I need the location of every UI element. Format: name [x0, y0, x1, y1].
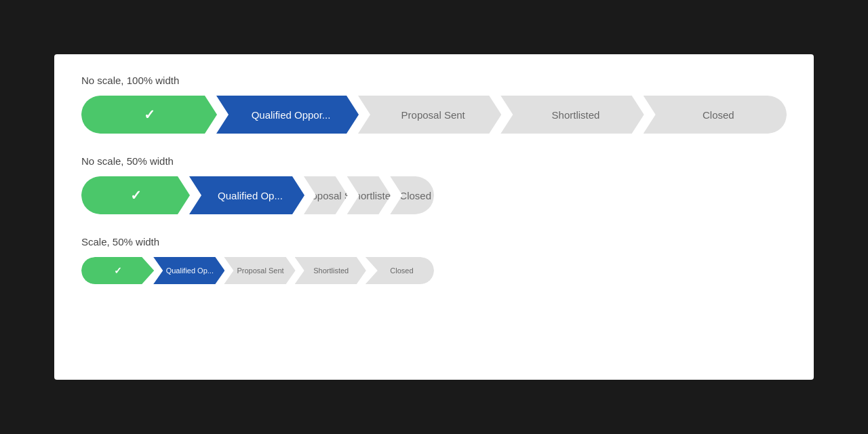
step-label: Proposal Sent — [401, 109, 465, 121]
step-label: Shortlisted — [552, 109, 600, 121]
section3-label: Scale, 50% width — [81, 236, 787, 248]
check-icon-2: ✓ — [130, 187, 142, 203]
step-label: Closed — [390, 267, 413, 275]
step-active-qualified-3[interactable]: Qualified Op... — [153, 257, 224, 284]
step-label: Qualified Op... — [218, 190, 283, 201]
step-inactive-proposal-3[interactable]: Proposal Sent — [224, 257, 295, 284]
section-full-width: No scale, 100% width ✓ Qualified Oppor..… — [81, 75, 787, 134]
main-card: No scale, 100% width ✓ Qualified Oppor..… — [54, 54, 814, 380]
step-label: Proposal Sent — [237, 267, 283, 275]
step-inactive-closed-3[interactable]: Closed — [366, 257, 434, 284]
step-inactive-closed-1[interactable]: Closed — [644, 96, 787, 134]
step-inactive-proposal-1[interactable]: Proposal Sent — [358, 96, 501, 134]
step-inactive-shortlisted-3[interactable]: Shortlisted — [295, 257, 366, 284]
stepper-2-wrapper: ✓ Qualified Op... Proposal Se Shortliste… — [81, 176, 434, 214]
stepper-3: ✓ Qualified Op... Proposal Sent Shortlis… — [81, 257, 434, 284]
step-completed-check-2[interactable]: ✓ — [81, 176, 190, 214]
section1-label: No scale, 100% width — [81, 75, 787, 86]
step-label: Shortlisted — [349, 190, 391, 201]
check-icon-3: ✓ — [114, 265, 122, 276]
stepper-1: ✓ Qualified Oppor... Proposal Sent Short… — [81, 96, 787, 134]
step-active-qualified-2[interactable]: Qualified Op... — [189, 176, 304, 214]
step-inactive-shortlisted-1[interactable]: Shortlisted — [500, 96, 644, 134]
step-label: Qualified Oppor... — [252, 109, 331, 121]
step-inactive-shortlisted-2[interactable]: Shortlisted — [347, 176, 391, 214]
stepper-3-wrapper: ✓ Qualified Op... Proposal Sent Shortlis… — [81, 257, 434, 284]
step-label: Closed — [703, 109, 734, 121]
step-active-qualified-1[interactable]: Qualified Oppor... — [216, 96, 359, 134]
stepper-2: ✓ Qualified Op... Proposal Se Shortliste… — [81, 176, 434, 214]
step-completed-check-1[interactable]: ✓ — [81, 96, 217, 134]
step-label: Closed — [399, 190, 431, 201]
section2-label: No scale, 50% width — [81, 155, 787, 167]
step-completed-check-3[interactable]: ✓ — [81, 257, 154, 284]
step-inactive-proposal-2[interactable]: Proposal Se — [304, 176, 348, 214]
step-inactive-closed-2[interactable]: Closed — [390, 176, 434, 214]
step-label: Shortlisted — [313, 267, 349, 275]
section-scale-half: Scale, 50% width ✓ Qualified Op... Propo… — [81, 236, 787, 284]
section-half-width: No scale, 50% width ✓ Qualified Op... Pr… — [81, 155, 787, 214]
step-label: Qualified Op... — [166, 267, 214, 275]
step-label: Proposal Se — [304, 190, 348, 201]
check-icon-1: ✓ — [144, 106, 155, 123]
